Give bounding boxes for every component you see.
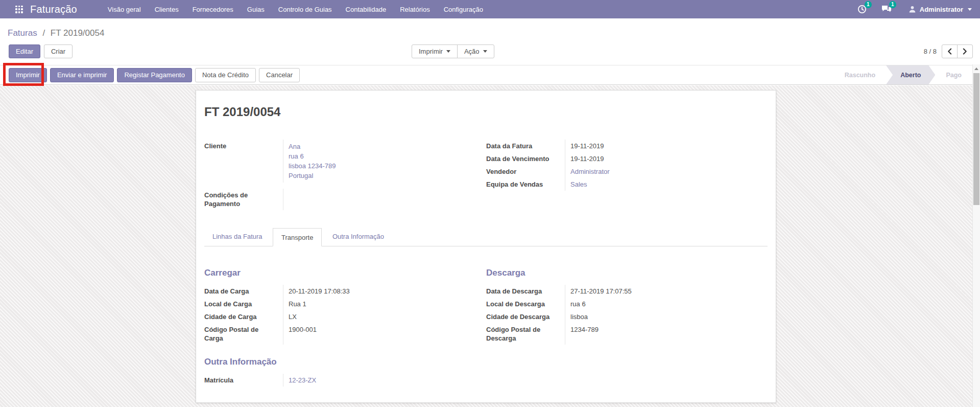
customer-value: Ana rua 6 lisboa 1234-789 Portugal [283, 140, 477, 183]
main-menu: Visão geral Clientes Fornecedores Guias … [108, 6, 483, 13]
cancel-button[interactable]: Cancelar [259, 68, 300, 82]
messages-icon[interactable]: 1 [881, 5, 892, 14]
license-plate-value[interactable]: 12-23-ZX [283, 374, 477, 387]
chevron-right-icon [963, 48, 967, 55]
load-place-label: Local de Carga [204, 298, 283, 310]
edit-button[interactable]: Editar [9, 44, 40, 58]
unload-zip-label: Código Postal de Descarga [486, 323, 565, 345]
activities-icon[interactable]: 1 [856, 5, 868, 14]
header-field-group: Cliente Ana rua 6 lisboa 1234-789 Portug… [204, 140, 768, 210]
customer-city-zip[interactable]: lisboa 1234-789 [289, 161, 477, 171]
menu-item-clientes[interactable]: Clientes [155, 6, 179, 13]
unload-heading: Descarga [486, 268, 768, 278]
breadcrumb-current: FT 2019/0054 [51, 28, 105, 38]
customer-street[interactable]: rua 6 [289, 151, 477, 161]
menu-item-fornecedores[interactable]: Fornecedores [193, 6, 233, 13]
user-icon [909, 5, 916, 13]
state-pago: Pago [935, 65, 972, 84]
breadcrumb-parent[interactable]: Faturas [8, 28, 37, 38]
license-plate-field: Matrícula 12-23-ZX [204, 374, 477, 387]
sales-team-field: Equipa de Vendas Sales [486, 178, 768, 191]
create-button[interactable]: Criar [44, 44, 73, 58]
scroll-up-button[interactable] [973, 64, 980, 73]
print-dropdown-button[interactable]: Imprimir [412, 44, 458, 58]
control-panel: Editar Criar Imprimir Ação 8 / 8 [0, 44, 980, 60]
unload-date-value: 27-11-2019 17:07:55 [565, 285, 768, 298]
pager-previous-button[interactable] [942, 44, 958, 58]
other-info-heading: Outra Informação [204, 357, 768, 367]
apps-menu-icon[interactable] [15, 6, 23, 13]
unload-section: Descarga Data de Descarga 27-11-2019 17:… [486, 268, 768, 345]
customer-field: Cliente Ana rua 6 lisboa 1234-789 Portug… [204, 140, 477, 183]
navbar-right: 1 1 Administrator [856, 5, 972, 14]
record-buttons: Editar Criar [9, 44, 73, 58]
scrollbar-thumb[interactable] [973, 73, 979, 205]
menu-item-relatorios[interactable]: Relatórios [400, 6, 430, 13]
message-count-badge: 1 [889, 1, 896, 8]
unload-city-field: Cidade de Descarga lisboa [486, 310, 768, 323]
menu-item-controlo-de-guias[interactable]: Controlo de Guias [278, 6, 332, 13]
salesperson-value[interactable]: Administrator [565, 165, 768, 178]
caret-down-icon [968, 8, 972, 11]
load-zip-value: 1900-001 [283, 323, 477, 345]
tab-transporte[interactable]: Transporte [273, 228, 322, 246]
customer-name-link[interactable]: Ana [289, 142, 477, 151]
transport-tab-pane: Carregar Data de Carga 20-11-2019 17:08:… [204, 268, 768, 387]
pager: 8 / 8 [924, 44, 973, 58]
breadcrumb: Faturas / FT 2019/0054 [8, 28, 104, 38]
app-window: Faturação Visão geral Clientes Fornecedo… [0, 0, 980, 407]
salesperson-field: Vendedor Administrator [486, 165, 768, 178]
pager-buttons [942, 44, 973, 58]
user-name: Administrator [920, 6, 963, 13]
payment-terms-label: Condições de Pagamento [204, 189, 283, 210]
app-title[interactable]: Faturação [30, 4, 77, 15]
activity-count-badge: 1 [865, 1, 872, 8]
print-invoice-button[interactable]: Imprimir [9, 68, 47, 82]
load-zip-field: Código Postal de Carga 1900-001 [204, 323, 477, 345]
unload-date-field: Data de Descarga 27-11-2019 17:07:55 [486, 285, 768, 298]
print-dropdown-label: Imprimir [419, 45, 443, 58]
menu-item-visao-geral[interactable]: Visão geral [108, 6, 141, 13]
breadcrumb-separator: / [42, 28, 45, 38]
unload-place-label: Local de Descarga [486, 298, 565, 310]
action-dropdown-button[interactable]: Ação [457, 44, 494, 58]
load-city-value: LX [283, 310, 477, 323]
load-city-field: Cidade de Carga LX [204, 310, 477, 323]
unload-city-label: Cidade de Descarga [486, 310, 565, 323]
tab-outra-informacao[interactable]: Outra Informação [324, 228, 392, 246]
customer-country[interactable]: Portugal [289, 171, 477, 180]
payment-terms-field: Condições de Pagamento [204, 189, 477, 210]
pager-next-button[interactable] [957, 44, 973, 58]
unload-place-field: Local de Descarga rua 6 [486, 298, 768, 310]
caret-down-icon [446, 50, 450, 53]
unload-city-value: lisboa [565, 310, 768, 323]
payment-terms-value [283, 189, 477, 210]
credit-note-button[interactable]: Nota de Crédito [195, 68, 256, 82]
customer-label: Cliente [204, 140, 283, 183]
menu-item-contabilidade[interactable]: Contabilidade [346, 6, 387, 13]
top-navbar: Faturação Visão geral Clientes Fornecedo… [0, 0, 980, 18]
menu-item-guias[interactable]: Guias [247, 6, 265, 13]
form-view-background: FT 2019/0054 Cliente Ana rua 6 lisboa 12… [0, 85, 980, 407]
user-menu[interactable]: Administrator [909, 5, 972, 13]
sales-team-value[interactable]: Sales [565, 178, 768, 191]
load-date-field: Data de Carga 20-11-2019 17:08:33 [204, 285, 477, 298]
unload-zip-field: Código Postal de Descarga 1234-789 [486, 323, 768, 345]
load-date-label: Data de Carga [204, 285, 283, 298]
sales-team-label: Equipa de Vendas [486, 178, 565, 191]
register-payment-button[interactable]: Registar Pagamento [117, 68, 192, 82]
state-aberto: Aberto [886, 65, 935, 84]
unload-date-label: Data de Descarga [486, 285, 565, 298]
menu-item-configuracao[interactable]: Configuração [444, 6, 483, 13]
header-left-column: Cliente Ana rua 6 lisboa 1234-789 Portug… [204, 140, 477, 210]
send-and-print-button[interactable]: Enviar e imprimir [50, 68, 114, 82]
invoice-date-field: Data da Fatura 19-11-2019 [486, 140, 768, 152]
tab-linhas-da-fatura[interactable]: Linhas da Fatura [204, 228, 271, 246]
vertical-scrollbar[interactable] [972, 64, 980, 407]
invoice-sheet: FT 2019/0054 Cliente Ana rua 6 lisboa 12… [196, 90, 776, 403]
state-rascunho: Rascunho [834, 65, 886, 84]
load-place-field: Local de Carga Rua 1 [204, 298, 477, 310]
invoice-number-title: FT 2019/0054 [204, 105, 768, 119]
load-place-value: Rua 1 [283, 298, 477, 310]
status-pipeline: Rascunho Aberto Pago [834, 65, 972, 84]
